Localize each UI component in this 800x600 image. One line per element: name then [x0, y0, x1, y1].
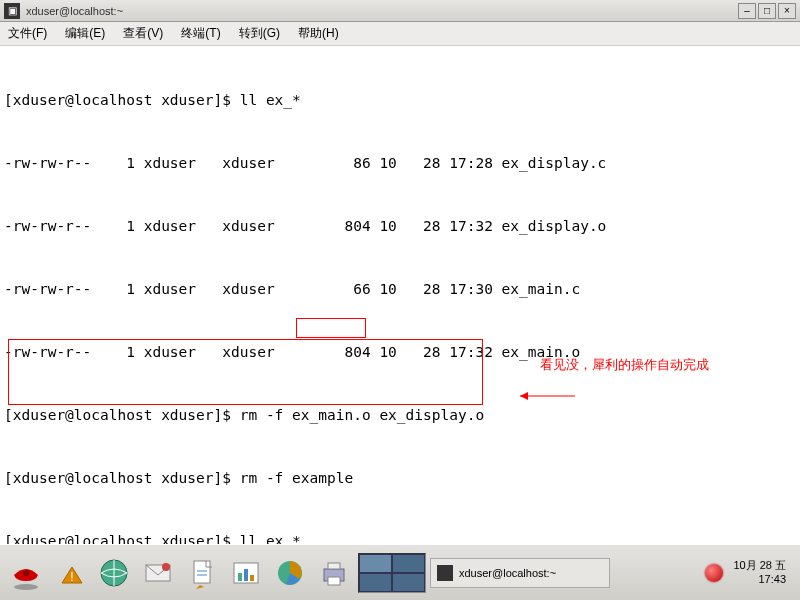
clock-date: 10月 28 五: [733, 559, 786, 572]
document-icon[interactable]: [182, 551, 222, 595]
workspace-2[interactable]: [392, 554, 425, 573]
mail-icon[interactable]: [138, 551, 178, 595]
system-tray: 10月 28 五 17:43: [705, 559, 794, 585]
svg-text:!: !: [70, 570, 73, 584]
annotation-box-make: [296, 318, 366, 338]
svg-point-3: [23, 570, 29, 576]
clock-time: 17:43: [733, 573, 786, 586]
menu-help[interactable]: 帮助(H): [298, 25, 339, 42]
annotation-arrow: [485, 368, 540, 370]
svg-point-2: [14, 584, 38, 590]
menu-terminal[interactable]: 终端(T): [181, 25, 220, 42]
terminal-line: -rw-rw-r-- 1 xduser xduser 804 10 28 17:…: [4, 342, 796, 363]
redhat-icon[interactable]: [6, 551, 46, 595]
pie-icon[interactable]: [270, 551, 310, 595]
window-title: xduser@localhost:~: [26, 5, 736, 17]
svg-rect-8: [194, 561, 210, 583]
svg-point-7: [162, 563, 170, 571]
svg-rect-12: [238, 573, 242, 581]
terminal-line: [xduser@localhost xduser]$ ll ex_*: [4, 90, 796, 111]
workspace-1[interactable]: [359, 554, 392, 573]
updater-icon[interactable]: !: [50, 551, 90, 595]
close-button[interactable]: ×: [778, 3, 796, 19]
tray-status-icon[interactable]: [705, 564, 723, 582]
menu-view[interactable]: 查看(V): [123, 25, 163, 42]
task-label: xduser@localhost:~: [459, 567, 556, 579]
chart-icon[interactable]: [226, 551, 266, 595]
terminal-line: -rw-rw-r-- 1 xduser xduser 66 10 28 17:3…: [4, 279, 796, 300]
terminal-line: [xduser@localhost xduser]$ rm -f ex_main…: [4, 405, 796, 426]
terminal-line: -rw-rw-r-- 1 xduser xduser 804 10 28 17:…: [4, 216, 796, 237]
window-titlebar: ▣ xduser@localhost:~ – □ ×: [0, 0, 800, 22]
menu-bar: 文件(F) 编辑(E) 查看(V) 终端(T) 转到(G) 帮助(H): [0, 22, 800, 46]
menu-file[interactable]: 文件(F): [8, 25, 47, 42]
maximize-button[interactable]: □: [758, 3, 776, 19]
terminal-output[interactable]: [xduser@localhost xduser]$ ll ex_* -rw-r…: [0, 46, 800, 544]
menu-edit[interactable]: 编辑(E): [65, 25, 105, 42]
svg-marker-1: [520, 392, 528, 400]
printer-icon[interactable]: [314, 551, 354, 595]
task-icon: [437, 565, 453, 581]
terminal-line: [xduser@localhost xduser]$ ll ex_*: [4, 531, 796, 544]
workspace-3[interactable]: [359, 573, 392, 592]
taskbar-task[interactable]: xduser@localhost:~: [430, 558, 610, 588]
workspace-pager[interactable]: [358, 553, 426, 593]
menu-go[interactable]: 转到(G): [239, 25, 280, 42]
svg-rect-17: [328, 563, 340, 569]
terminal-line: -rw-rw-r-- 1 xduser xduser 86 10 28 17:2…: [4, 153, 796, 174]
clock[interactable]: 10月 28 五 17:43: [733, 559, 786, 585]
taskbar: ! xduser@localhost:~ 10月 28 五 17:43: [0, 544, 800, 600]
svg-rect-18: [328, 577, 340, 585]
svg-rect-14: [250, 575, 254, 581]
minimize-button[interactable]: –: [738, 3, 756, 19]
browser-icon[interactable]: [94, 551, 134, 595]
workspace-4[interactable]: [392, 573, 425, 592]
svg-rect-13: [244, 569, 248, 581]
terminal-line: [xduser@localhost xduser]$ rm -f example: [4, 468, 796, 489]
window-icon: ▣: [4, 3, 20, 19]
